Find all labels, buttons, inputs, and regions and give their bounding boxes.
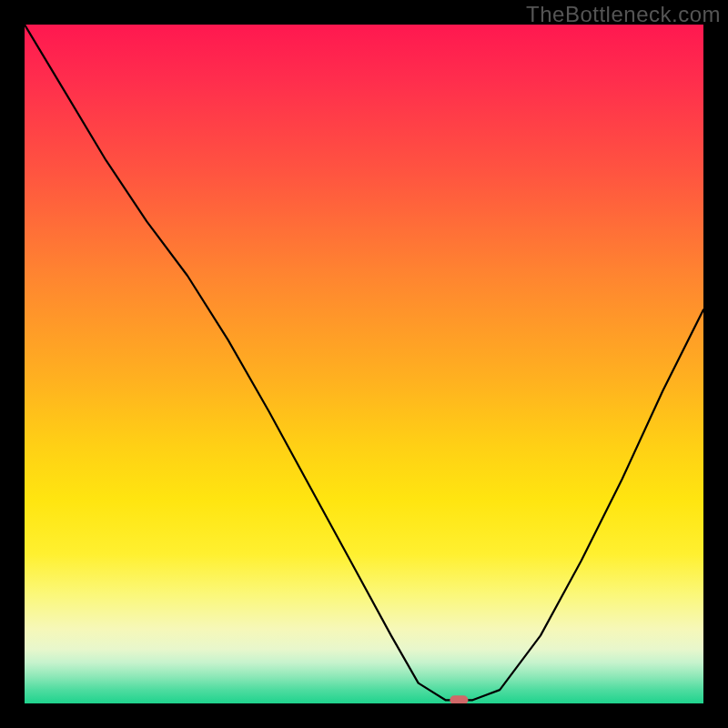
bottleneck-curve: [25, 25, 703, 700]
plot-area: [25, 25, 703, 703]
chart-svg: [25, 25, 703, 703]
optimal-marker: [450, 695, 468, 703]
watermark-text: TheBottleneck.com: [526, 2, 721, 27]
chart-frame: TheBottleneck.com: [0, 0, 728, 728]
